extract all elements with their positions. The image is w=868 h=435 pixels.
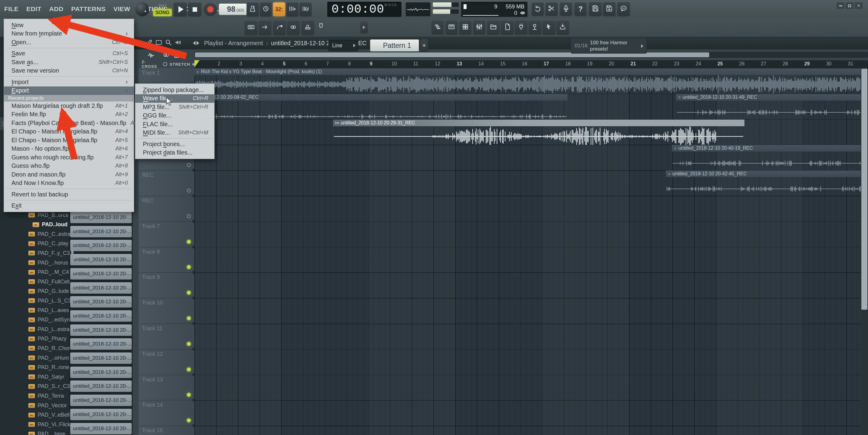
playlist-header[interactable]: Playlist - Arrangement › untitled_2018-1… bbox=[133, 37, 868, 49]
audio-clip[interactable]: ×untitled_2018-12-10 20-42-45_REC bbox=[666, 170, 868, 196]
content-downloader-button[interactable] bbox=[556, 21, 569, 34]
menu-item-save-new-version[interactable]: Save new versionCtrl+N bbox=[4, 67, 134, 75]
menu-item-zipped-loop-package[interactable]: Zipped loop package... bbox=[135, 86, 214, 94]
browser-item[interactable]: ▸▸PAD_..oHum bbox=[0, 354, 69, 362]
timeline-ruler[interactable]: 2345678910111213141516171819202122232425… bbox=[194, 60, 868, 68]
browser-item[interactable]: ▸▸PAD..loud bbox=[0, 220, 69, 229]
save-button[interactable] bbox=[589, 2, 601, 16]
stretch-toggle[interactable] bbox=[192, 63, 194, 65]
time-display[interactable]: 0:00:00 M:S:CS bbox=[327, 2, 401, 17]
track-name[interactable]: Track 15 bbox=[142, 428, 163, 434]
menu-item-project-bones[interactable]: Project bones... bbox=[135, 140, 214, 148]
browser-item[interactable]: ▸▸PAD_C..play bbox=[0, 239, 69, 248]
browser-item[interactable]: ▸▸PAD_R..Chor bbox=[0, 344, 69, 353]
browser-item[interactable]: ▸▸PAD_G..lude bbox=[0, 287, 69, 296]
menu-item-guess-who-rough-recording-flp[interactable]: Guess who rough recording.flpAlt+7 bbox=[4, 153, 134, 162]
menu-item-flac-file[interactable]: FLAC file... bbox=[135, 120, 214, 129]
track-name[interactable]: Track 9 bbox=[142, 274, 160, 280]
track-name[interactable]: Track 7 bbox=[142, 223, 160, 230]
audio-clip[interactable]: d_2018-12-10 20-08-02_REC bbox=[194, 94, 567, 119]
menu-item-facts-playboi-carti-type-beat-mason-flp[interactable]: Facts (Playboi Carti Type Beat) - Mason.… bbox=[4, 119, 134, 127]
blend-recording-button[interactable] bbox=[286, 2, 299, 16]
browser-item[interactable]: ▸▸PAD_Phazy bbox=[0, 334, 69, 343]
channel-button[interactable]: untitled_2018-12-10 20-... bbox=[70, 296, 132, 308]
browser-item[interactable]: ▸▸PAD_FullCell bbox=[0, 277, 69, 286]
browser-item[interactable]: ▸▸PAD_Satyr bbox=[0, 372, 69, 381]
menu-item-maison-margielaa-rough-draft-2-flp[interactable]: Maison Margielaa rough draft 2.flpAlt+1 bbox=[4, 102, 134, 110]
close-button[interactable]: × bbox=[855, 2, 863, 9]
menu-item-save[interactable]: SaveCtrl+S bbox=[4, 49, 134, 58]
track-record-led[interactable] bbox=[187, 342, 191, 346]
channel-button[interactable]: untitled_2018-12-10 20-... bbox=[70, 212, 132, 223]
menu-item-exit[interactable]: Exit bbox=[4, 202, 134, 210]
song-mode-button[interactable]: SONG bbox=[153, 9, 172, 16]
menu-file[interactable]: FILE bbox=[4, 5, 19, 13]
menu-item-ogg-file[interactable]: OGG file... bbox=[135, 111, 214, 120]
restore-button[interactable] bbox=[846, 2, 854, 9]
browser-item[interactable]: ▸▸PAD_L..estra bbox=[0, 325, 69, 334]
browser-item[interactable]: ▸▸PAD_..M_C4 bbox=[0, 268, 69, 277]
zcross-toggle[interactable] bbox=[163, 62, 167, 66]
remote-control-button[interactable] bbox=[529, 21, 541, 34]
browser-item[interactable]: ▸▸PAD_F..y_C3 bbox=[0, 248, 69, 258]
track-name[interactable]: Track 8 bbox=[142, 249, 160, 255]
track-record-led[interactable] bbox=[187, 214, 191, 218]
mixer-window-button[interactable] bbox=[473, 21, 485, 34]
track-record-led[interactable] bbox=[187, 189, 191, 193]
track-record-led[interactable] bbox=[187, 163, 191, 167]
pattern-selector[interactable]: Pattern 1 bbox=[370, 39, 419, 52]
metronome-button[interactable] bbox=[247, 2, 258, 16]
audio-clip[interactable]: ↦untitled_2018-12-10 20-29-31_REC bbox=[333, 119, 744, 145]
pat-mode-button[interactable]: PAT bbox=[154, 3, 171, 8]
browser-item[interactable]: ▸▸PAD_Vi..Flick bbox=[0, 420, 69, 429]
channel-button[interactable]: untitled_2018-12-10 20-... bbox=[70, 338, 132, 350]
help-button[interactable]: ? bbox=[575, 2, 587, 16]
stop-button[interactable] bbox=[188, 2, 201, 16]
channel-button[interactable]: untitled_2018-12-10 20-... bbox=[70, 409, 132, 420]
stamp-tool-button[interactable] bbox=[301, 21, 314, 35]
browser-item[interactable]: ▸▸PAD_Vector bbox=[0, 401, 69, 410]
menu-item-export[interactable]: Export› bbox=[4, 87, 134, 95]
menu-item-el-chapo-maison-margielaa-flp[interactable]: El Chapo - Maison Margielaa.flpAlt+5 bbox=[4, 136, 134, 144]
channel-button[interactable]: untitled_2018-12-10 20-... bbox=[70, 367, 132, 378]
track-name[interactable]: Track 11 bbox=[142, 325, 162, 332]
tempo-display[interactable]: 98.000 bbox=[219, 4, 248, 15]
piano-roll-window-button[interactable] bbox=[445, 21, 458, 34]
menu-item-feelin-me-flp[interactable]: Feelin Me.flpAlt+2 bbox=[4, 110, 134, 119]
channel-button[interactable]: untitled_2018-12-10 20-... bbox=[70, 254, 132, 265]
pattern-picker-button[interactable] bbox=[361, 22, 368, 33]
link-notes-button[interactable] bbox=[287, 21, 300, 35]
vertical-scrollbar-thumb[interactable] bbox=[861, 69, 867, 310]
channel-button[interactable]: untitled_2018-12-10 20-... bbox=[70, 282, 132, 294]
track-name[interactable]: Track 14 bbox=[142, 402, 163, 408]
precount-button[interactable]: 32: bbox=[273, 2, 285, 16]
channel-button[interactable]: untitled_2018-12-10 20-... bbox=[70, 268, 132, 279]
main-volume-knob[interactable] bbox=[135, 2, 149, 16]
news-hint-panel[interactable]: 01/16 100 free Harmor presets! bbox=[571, 38, 647, 54]
menu-item-wave-file[interactable]: Wave file...Ctrl+R bbox=[135, 94, 214, 103]
typing-keyboard-button[interactable] bbox=[245, 21, 257, 35]
menu-item-el-chapo-maison-margielaa-flp[interactable]: El Chapo - Maison Margielaa.flpAlt+4 bbox=[4, 127, 134, 136]
browser-item[interactable]: ▸▸PAD_C..estra bbox=[0, 230, 69, 239]
channel-button[interactable]: untitled_2018-12-10 20-... bbox=[70, 353, 132, 364]
channel-button[interactable]: untitled_2018-12-10 20-... bbox=[70, 395, 132, 406]
menu-item-new[interactable]: New bbox=[4, 21, 134, 30]
channel-button[interactable]: untitled_2018-12-10 20-... bbox=[70, 380, 132, 392]
playhead-marker[interactable] bbox=[194, 60, 199, 67]
vertical-scrollbar[interactable] bbox=[861, 68, 868, 435]
menu-item-and-now-i-know-flp[interactable]: And Now I Know.flpAlt+0 bbox=[4, 179, 134, 188]
track-name[interactable]: Track 10 bbox=[142, 300, 163, 306]
recording-panel-button[interactable] bbox=[560, 2, 572, 16]
menu-edit[interactable]: EDIT bbox=[27, 5, 41, 13]
browser-item[interactable]: ▸▸PAD_V..eBell bbox=[0, 411, 69, 420]
mute-tool-icon[interactable] bbox=[174, 39, 182, 47]
group-clips-icon[interactable] bbox=[162, 51, 170, 60]
snap-selector[interactable]: Line bbox=[329, 40, 358, 51]
browser-window-button[interactable] bbox=[487, 21, 500, 34]
browser-item[interactable]: ▸▸PAD_L..S_C3 bbox=[0, 296, 69, 305]
track-name[interactable]: REC bbox=[142, 172, 153, 178]
track-record-led[interactable] bbox=[187, 240, 191, 244]
menu-view[interactable]: VIEW bbox=[113, 5, 130, 13]
menu-item-deon-and-mason-flp[interactable]: Deon and mason.flpAlt+9 bbox=[4, 170, 134, 179]
menu-item-revert-to-last-backup[interactable]: Revert to last backup bbox=[4, 190, 134, 199]
